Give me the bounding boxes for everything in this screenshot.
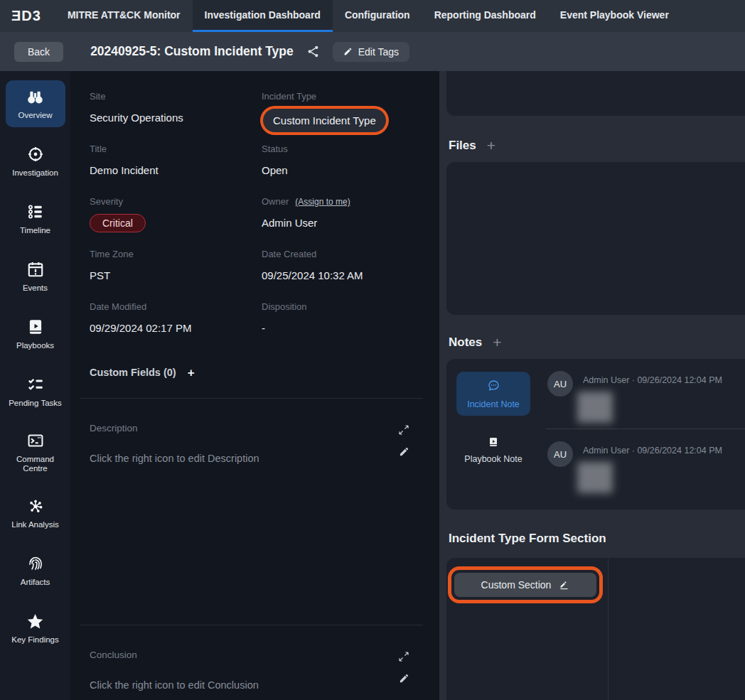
nav-event-playbook-viewer[interactable]: Event Playbook Viewer (548, 0, 681, 32)
edit-pencil-icon[interactable] (399, 673, 409, 684)
edit-pencil-icon[interactable] (399, 446, 409, 457)
book-play-icon (26, 318, 45, 336)
field-label: Time Zone (90, 249, 262, 259)
incident-fields: Site Security Operations Incident Type C… (70, 71, 439, 354)
field-disposition: Disposition - (262, 301, 425, 354)
nav-investigation-dashboard[interactable]: Investigation Dashboard (193, 0, 333, 32)
note-meta: Admin User · 09/26/2024 12:04 PM (583, 375, 722, 385)
custom-fields-section: Custom Fields (0) + (70, 365, 439, 379)
add-custom-field-icon[interactable]: + (188, 367, 195, 379)
redacted-note-content (577, 462, 613, 493)
field-label: Owner (262, 196, 289, 207)
conclusion-section: Conclusion Click the right icon to edit … (70, 625, 439, 691)
avatar: AU (547, 371, 573, 397)
expand-icon[interactable] (398, 424, 409, 436)
field-label: Date Modified (90, 301, 262, 312)
star-icon (26, 612, 45, 630)
sidebar-item-overview[interactable]: Overview (6, 80, 65, 127)
files-title: Files (449, 139, 476, 153)
notes-header: Notes + (449, 335, 502, 350)
field-owner: Owner (Assign to me) Admin User (262, 196, 425, 249)
field-label: Title (90, 144, 262, 154)
sidebar-item-pending-tasks[interactable]: Pending Tasks (6, 368, 65, 415)
field-value: 09/29/2024 02:17 PM (90, 322, 262, 334)
incident-type-form-card: Custom Section (446, 558, 745, 700)
field-label: Date Created (262, 249, 425, 259)
field-label: Site (90, 91, 262, 102)
field-severity: Severity Critical (90, 196, 262, 249)
form-section-title: Incident Type Form Section (449, 532, 606, 546)
field-value: 09/25/2024 10:32 AM (262, 269, 425, 281)
field-value: PST (90, 269, 262, 281)
tab-incident-note[interactable]: Incident Note (456, 372, 530, 416)
fingerprint-icon (26, 554, 45, 573)
sidebar-item-timeline[interactable]: Timeline (6, 195, 65, 242)
custom-fields-label: Custom Fields (0) (90, 367, 176, 378)
sidebar-item-playbooks[interactable]: Playbooks (6, 311, 65, 357)
field-value: Open (262, 164, 425, 176)
annotation-highlight-ring: Custom Section (448, 566, 603, 603)
sidebar-item-key-findings[interactable]: Key Findings (6, 605, 65, 652)
column-divider (608, 558, 609, 700)
d3-logo: ƎD3 (0, 0, 55, 32)
right-widgets-panel: Files + Notes + Incident Note Playbook N… (439, 71, 745, 700)
top-navigation: ƎD3 MITRE ATT&CK Monitor Investigation D… (0, 0, 745, 32)
field-title: Title Demo Incident (90, 144, 262, 196)
description-section: Description Click the right icon to edit… (70, 399, 439, 606)
expand-icon[interactable] (398, 651, 409, 662)
field-value: Security Operations (90, 112, 262, 124)
notes-card: Incident Note Playbook Note AU Admin Use… (446, 359, 745, 510)
note-meta: Admin User · 09/26/2024 12:04 PM (583, 446, 722, 456)
note-entry: AU Admin User · 09/26/2024 12:04 PM (546, 429, 745, 500)
tab-playbook-note[interactable]: Playbook Note (456, 430, 530, 470)
form-section-header: Incident Type Form Section (449, 532, 606, 546)
sidebar-item-link-analysis[interactable]: Link Analysis (6, 490, 65, 537)
sidebar-item-investigation[interactable]: Investigation (6, 138, 65, 185)
share-icon[interactable] (306, 45, 320, 58)
calendar-alert-icon (26, 260, 45, 279)
add-file-icon[interactable]: + (487, 138, 495, 153)
field-time-zone: Time Zone PST (90, 249, 262, 301)
back-button[interactable]: Back (14, 42, 63, 62)
description-label: Description (90, 423, 439, 434)
target-icon (26, 145, 45, 163)
nav-mitre-attack-monitor[interactable]: MITRE ATT&CK Monitor (55, 0, 193, 32)
incident-type-highlighted-value: Custom Incident Type (263, 109, 386, 132)
left-sidebar: Overview Investigation Timeline Events P (0, 71, 70, 700)
sidebar-item-artifacts[interactable]: Artifacts (6, 547, 65, 594)
field-date-modified: Date Modified 09/29/2024 02:17 PM (90, 301, 262, 354)
description-placeholder: Click the right icon to edit Description (90, 453, 439, 464)
top-widget-card (446, 71, 745, 116)
files-card (446, 162, 745, 315)
edit-pencil-underline-icon (559, 580, 569, 591)
field-label: Disposition (262, 301, 425, 312)
assign-to-me-link[interactable]: (Assign to me) (295, 197, 350, 207)
incident-overview-panel: Site Security Operations Incident Type C… (70, 71, 439, 700)
notes-title: Notes (449, 335, 482, 350)
incident-title-bar: Back 20240925-5: Custom Incident Type Ed… (0, 32, 745, 71)
add-note-icon[interactable]: + (493, 335, 501, 350)
field-value: Demo Incident (90, 164, 262, 176)
nav-configuration[interactable]: Configuration (333, 0, 422, 32)
sidebar-item-command-centre[interactable]: Command Centre (6, 426, 65, 479)
pencil-icon (343, 47, 353, 56)
field-label: Status (262, 144, 425, 154)
field-incident-type: Incident Type Custom Incident Type (262, 91, 425, 144)
field-label: Incident Type (262, 91, 425, 102)
severity-badge: Critical (90, 214, 146, 232)
field-status: Status Open (262, 144, 425, 196)
edit-tags-button[interactable]: Edit Tags (333, 42, 409, 62)
redacted-note-content (577, 392, 613, 423)
field-date-created: Date Created 09/25/2024 10:32 AM (262, 249, 425, 301)
custom-section-button[interactable]: Custom Section (454, 573, 596, 597)
app-window: ƎD3 MITRE ATT&CK Monitor Investigation D… (0, 0, 745, 700)
avatar: AU (547, 441, 573, 467)
field-label: Severity (90, 196, 262, 207)
field-site: Site Security Operations (90, 91, 262, 144)
nav-reporting-dashboard[interactable]: Reporting Dashboard (422, 0, 548, 32)
sidebar-item-events[interactable]: Events (6, 253, 65, 300)
conclusion-label: Conclusion (90, 650, 439, 660)
terminal-icon (26, 431, 45, 450)
page-title: 20240925-5: Custom Incident Type (90, 44, 294, 59)
binoculars-icon (26, 87, 45, 106)
